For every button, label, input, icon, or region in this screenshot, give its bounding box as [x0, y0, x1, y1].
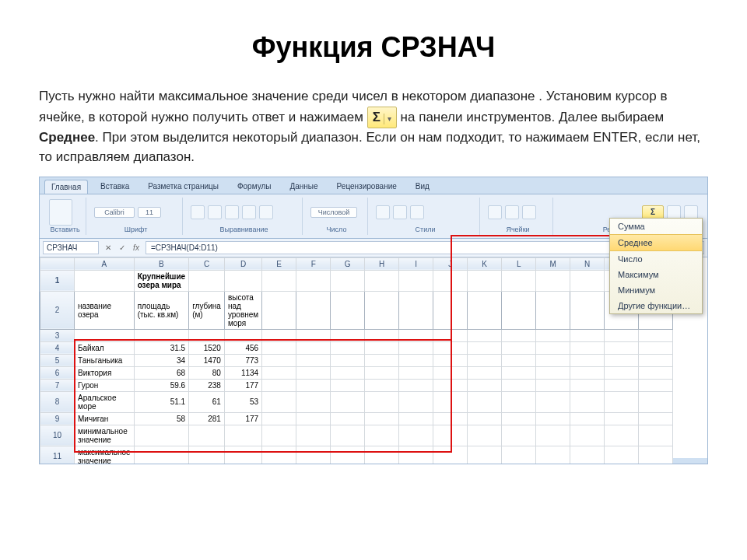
- tab-formulas[interactable]: Формулы: [231, 180, 278, 194]
- delete-cells-icon[interactable]: [505, 205, 519, 219]
- page-title: Функция СРЗНАЧ: [39, 31, 708, 64]
- align-center-icon[interactable]: [208, 205, 222, 219]
- number-format-select[interactable]: Числовой: [310, 207, 357, 218]
- tab-view[interactable]: Вид: [409, 180, 436, 194]
- tab-home[interactable]: Главная: [44, 180, 88, 194]
- excel-screenshot: Главная Вставка Разметка страницы Формул…: [39, 177, 708, 464]
- ribbon-body: Вставить Calibri 11 Шрифт Выравнивание Ч…: [40, 194, 707, 239]
- name-box[interactable]: СРЗНАЧ: [43, 241, 99, 254]
- wrap-text-icon[interactable]: [242, 205, 256, 219]
- tab-data[interactable]: Данные: [283, 180, 324, 194]
- menu-item-min[interactable]: Минимум: [610, 282, 702, 298]
- fx-cancel-icon[interactable]: ✕: [102, 243, 114, 252]
- menu-item-max[interactable]: Максимум: [610, 267, 702, 282]
- format-cells-icon[interactable]: [522, 205, 536, 219]
- font-name-select[interactable]: Calibri: [94, 207, 135, 218]
- format-table-icon[interactable]: [393, 205, 407, 219]
- align-left-icon[interactable]: [191, 205, 205, 219]
- cond-format-icon[interactable]: [376, 205, 390, 219]
- paste-button[interactable]: [49, 199, 72, 226]
- merge-icon[interactable]: [259, 205, 273, 219]
- menu-item-more[interactable]: Другие функции…: [610, 298, 702, 313]
- font-size-select[interactable]: 11: [138, 207, 161, 218]
- autosum-menu: Сумма Среднее Число Максимум Минимум Дру…: [609, 218, 703, 314]
- insert-cells-icon[interactable]: [488, 205, 502, 219]
- menu-item-count[interactable]: Число: [610, 251, 702, 267]
- align-right-icon[interactable]: [225, 205, 239, 219]
- menu-item-average[interactable]: Среднее: [610, 234, 702, 251]
- fx-icon[interactable]: fx: [130, 243, 142, 252]
- tab-review[interactable]: Рецензирование: [331, 180, 403, 194]
- description: Пусть нужно найти максимальное значение …: [39, 87, 708, 167]
- formula-bar: СРЗНАЧ ✕ ✓ fx =СРЗНАЧ(D4:D11): [40, 239, 707, 257]
- tab-page-layout[interactable]: Разметка страницы: [142, 180, 225, 194]
- sigma-button-inline: Σ▾: [367, 107, 397, 129]
- fx-enter-icon[interactable]: ✓: [116, 243, 128, 252]
- ribbon-tabs: Главная Вставка Разметка страницы Формул…: [40, 177, 707, 194]
- tab-insert[interactable]: Вставка: [94, 180, 135, 194]
- cell-styles-icon[interactable]: [410, 205, 424, 219]
- worksheet-grid[interactable]: ABCDEFGHIJKLMNOP1Крупнейшие озера мира2н…: [40, 257, 707, 458]
- menu-item-sum[interactable]: Сумма: [610, 219, 702, 234]
